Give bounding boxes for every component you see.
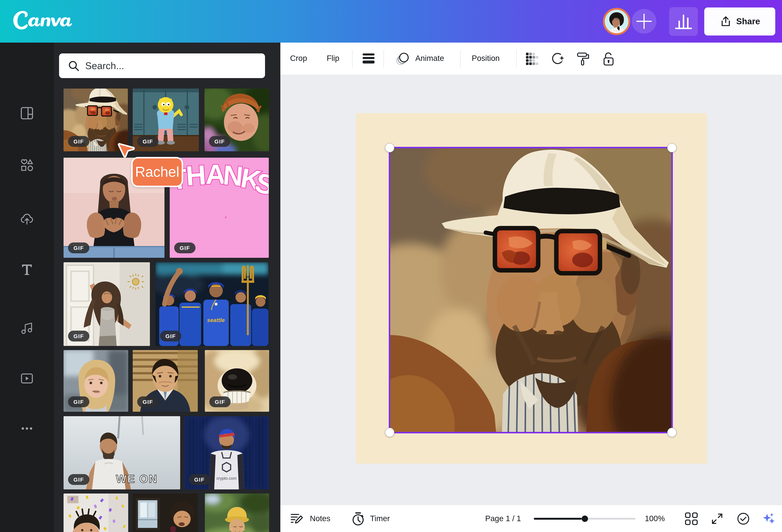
svg-text:H: H xyxy=(185,159,207,191)
svg-text:seattle: seattle xyxy=(207,317,225,323)
svg-text:crypto.com: crypto.com xyxy=(216,476,237,481)
svg-text:WE ON: WE ON xyxy=(116,472,157,485)
